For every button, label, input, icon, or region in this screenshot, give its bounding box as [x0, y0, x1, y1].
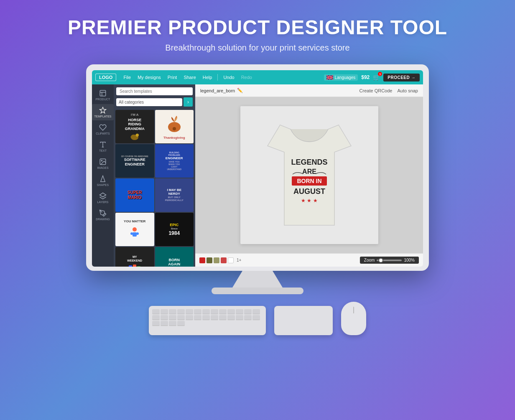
- key: [202, 309, 210, 314]
- monitor-base: [212, 288, 303, 294]
- swatch-khaki[interactable]: [214, 257, 219, 263]
- key: [152, 321, 160, 326]
- canvas-surface[interactable]: LEGENDS ARE BORN IN AUGUST: [240, 106, 378, 244]
- key: [211, 309, 218, 314]
- key: [219, 315, 227, 320]
- menu-share[interactable]: Share: [181, 74, 199, 81]
- zoom-thumb[interactable]: [378, 258, 383, 263]
- key: [161, 315, 168, 320]
- swatch-white[interactable]: [228, 257, 234, 263]
- key: [252, 315, 260, 320]
- template-my-weekend[interactable]: MYWEEKEND: [115, 247, 154, 267]
- monitor-body: LOGO File My designs Print Share Help Un…: [86, 64, 429, 271]
- svg-text:ARE: ARE: [302, 168, 316, 175]
- sidebar-icons: PRODUCT TEMPLATES CLIPARTS: [92, 84, 114, 267]
- sidebar-label-drawing: DRAWING: [96, 218, 110, 221]
- search-input[interactable]: [116, 87, 193, 95]
- menu-my-designs[interactable]: My designs: [135, 74, 164, 81]
- template-engineer-problems[interactable]: BUILDINGPROBLEMS ENGINEER HAVE YOUMAKE Y…: [155, 144, 194, 178]
- monitor-screen: LOGO File My designs Print Share Help Un…: [92, 70, 423, 267]
- svg-rect-18: [133, 265, 136, 267]
- template-software-engineer[interactable]: OF COURSE I'M AWESOME SOFTWAREENGINEER: [115, 144, 154, 178]
- monitor: LOGO File My designs Print Share Help Un…: [69, 64, 446, 335]
- svg-point-12: [173, 127, 176, 130]
- menu-print[interactable]: Print: [165, 74, 180, 81]
- image-icon: [99, 158, 107, 165]
- cart-button[interactable]: 🛒 9: [373, 74, 380, 81]
- key: [177, 309, 185, 314]
- edit-filename-icon[interactable]: ✏️: [237, 88, 243, 93]
- key: [194, 315, 201, 320]
- language-selector[interactable]: Languages: [324, 74, 358, 81]
- canvas-bottombar: 1+ Zoom 100%: [195, 253, 423, 267]
- svg-rect-1: [100, 90, 106, 96]
- svg-rect-19: [137, 266, 140, 267]
- zoom-value: 100%: [404, 258, 415, 262]
- menu-help[interactable]: Help: [200, 74, 215, 81]
- app-body: PRODUCT TEMPLATES CLIPARTS: [92, 84, 423, 267]
- undo-button[interactable]: Undo: [220, 74, 237, 81]
- auto-snap-button[interactable]: Auto snap: [397, 88, 418, 93]
- box-icon: [99, 89, 107, 97]
- key: [236, 309, 243, 314]
- key: [186, 309, 193, 314]
- create-qrcode-button[interactable]: Create QRCode: [359, 88, 393, 93]
- svg-point-6: [101, 160, 102, 161]
- template-horse[interactable]: I'M A HORSERIDINGGRANDMA: [115, 110, 154, 143]
- sidebar-item-drawing[interactable]: DRAWING: [92, 207, 114, 223]
- category-arrow-button[interactable]: ›: [184, 97, 193, 107]
- template-epic-1984[interactable]: EPIC Since 1984: [155, 213, 194, 246]
- drawing-icon: [99, 209, 107, 217]
- key: [244, 309, 252, 314]
- template-born-again[interactable]: BORNAGAIN CHRISTIAN: [155, 247, 194, 267]
- key: [152, 315, 160, 320]
- redo-button[interactable]: Redo: [238, 74, 255, 81]
- layer-count: 1+: [237, 258, 241, 262]
- template-thanksgiving[interactable]: Thanksgiving: [155, 110, 194, 143]
- sidebar-item-cliparts[interactable]: CLIPARTS: [92, 121, 114, 137]
- key: [177, 321, 185, 326]
- swatch-olive[interactable]: [207, 257, 212, 263]
- shapes-icon: [99, 175, 107, 183]
- numpad: [274, 306, 333, 335]
- zoom-slider[interactable]: [377, 260, 402, 261]
- zoom-control[interactable]: Zoom 100%: [360, 257, 419, 264]
- key: [186, 315, 193, 320]
- tshirt-display: LEGENDS ARE BORN IN AUGUST: [255, 117, 364, 234]
- svg-rect-17: [129, 265, 132, 267]
- template-nerdy[interactable]: I MAY BENERDY BUT ONLYPERIODICALLY: [155, 178, 194, 212]
- heart-icon: [99, 124, 107, 131]
- proceed-button[interactable]: PROCEED →: [383, 74, 420, 81]
- template-you-matter[interactable]: YOU MATTER: [115, 213, 154, 246]
- mouse: [341, 302, 366, 335]
- sidebar-label-product: PRODUCT: [96, 98, 110, 101]
- svg-point-10: [136, 134, 139, 137]
- text-icon: [99, 141, 107, 148]
- sidebar-item-templates[interactable]: TEMPLATES: [92, 104, 114, 120]
- swatch-red[interactable]: [199, 257, 205, 263]
- logo[interactable]: LOGO: [95, 74, 116, 81]
- template-super-mario[interactable]: SUPERMARIO: [115, 178, 154, 212]
- sidebar-item-text[interactable]: TEXT: [92, 138, 114, 155]
- key: [244, 315, 252, 320]
- divider: [217, 74, 218, 81]
- sidebar-item-product[interactable]: PRODUCT: [92, 87, 114, 103]
- svg-text:LEGENDS: LEGENDS: [291, 158, 327, 166]
- hero-title: PREMIER PRODUCT DESIGNER TOOL: [68, 16, 447, 39]
- svg-point-13: [133, 227, 137, 232]
- swatch-coral[interactable]: [221, 257, 227, 263]
- category-select[interactable]: All categories: [116, 98, 182, 106]
- category-row: All categories ›: [114, 97, 195, 109]
- svg-text:★ ★ ★: ★ ★ ★: [301, 198, 318, 204]
- layers-icon: [99, 192, 107, 200]
- toolbar: LOGO File My designs Print Share Help Un…: [92, 70, 423, 84]
- sidebar-item-layers[interactable]: LAYERS: [92, 190, 114, 206]
- flag-icon: [326, 75, 333, 80]
- sidebar-item-shapes[interactable]: SHAPES: [92, 173, 114, 189]
- sidebar-item-images[interactable]: IMAGES: [92, 155, 114, 172]
- search-bar: [114, 84, 195, 97]
- key: [152, 309, 160, 314]
- filename-text: legend_are_born: [200, 88, 235, 93]
- desk-items: [69, 302, 446, 335]
- menu-file[interactable]: File: [120, 74, 134, 81]
